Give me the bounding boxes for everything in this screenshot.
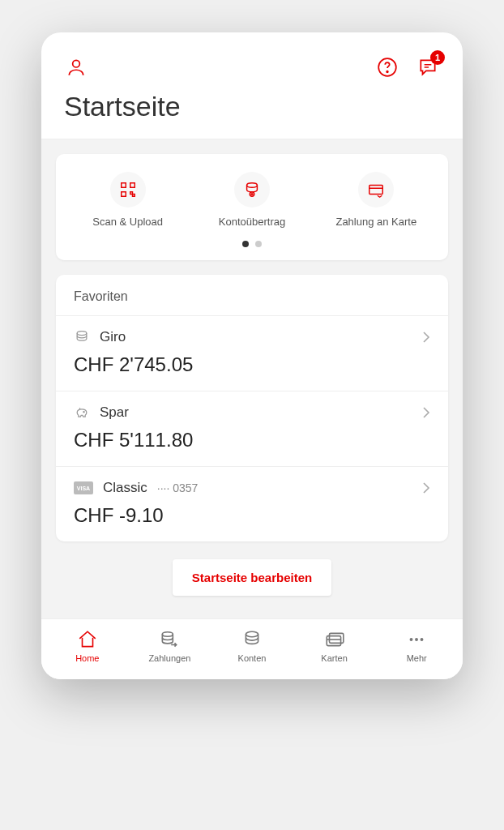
svg-point-8 bbox=[247, 183, 258, 188]
cards-icon bbox=[324, 629, 345, 650]
tab-bar: Home Zahlungen Konten Karten Mehr bbox=[41, 618, 463, 679]
svg-rect-3 bbox=[121, 183, 126, 188]
piggy-icon bbox=[74, 404, 90, 421]
tab-home[interactable]: Home bbox=[46, 629, 129, 663]
page-title: Startseite bbox=[64, 91, 440, 122]
svg-point-12 bbox=[83, 412, 84, 413]
favorite-sub: ···· 0357 bbox=[157, 481, 199, 494]
svg-point-15 bbox=[163, 632, 173, 636]
tab-payments[interactable]: Zahlungen bbox=[129, 629, 211, 663]
favorite-amount: CHF -9.10 bbox=[74, 504, 430, 527]
svg-rect-5 bbox=[121, 192, 126, 197]
tab-more[interactable]: Mehr bbox=[375, 629, 458, 663]
svg-rect-7 bbox=[132, 195, 135, 197]
qr-icon bbox=[119, 181, 137, 199]
header-bar: 1 bbox=[41, 32, 463, 91]
svg-text:VISA: VISA bbox=[77, 486, 90, 491]
tab-accounts[interactable]: Konten bbox=[211, 629, 293, 663]
svg-point-0 bbox=[73, 60, 80, 67]
tab-label: Mehr bbox=[407, 653, 427, 663]
svg-point-21 bbox=[421, 638, 424, 641]
action-scan-upload[interactable]: Scan & Upload bbox=[66, 172, 190, 228]
svg-point-19 bbox=[410, 638, 413, 641]
chevron-right-icon bbox=[422, 406, 430, 419]
notification-badge: 1 bbox=[430, 50, 445, 65]
more-icon bbox=[406, 629, 427, 650]
chevron-right-icon bbox=[422, 481, 430, 494]
tab-cards[interactable]: Karten bbox=[293, 629, 376, 663]
messages-icon[interactable]: 1 bbox=[416, 55, 440, 79]
favorite-item-giro[interactable]: Giro CHF 2'745.05 bbox=[56, 316, 448, 391]
dot-active bbox=[242, 241, 249, 247]
action-card-payment[interactable]: Zahlung an Karte bbox=[314, 172, 438, 228]
favorite-name: Classic bbox=[103, 480, 147, 496]
tab-label: Home bbox=[75, 653, 99, 663]
home-icon bbox=[77, 629, 98, 650]
quick-actions-card: Scan & Upload Kontoübertrag bbox=[56, 154, 448, 260]
accounts-icon bbox=[241, 629, 263, 650]
help-icon[interactable] bbox=[375, 55, 399, 79]
svg-point-11 bbox=[77, 332, 87, 336]
tab-label: Karten bbox=[321, 653, 347, 663]
svg-point-16 bbox=[246, 631, 258, 637]
dot-inactive bbox=[255, 241, 262, 247]
favorite-amount: CHF 5'111.80 bbox=[74, 429, 430, 451]
favorite-name: Spar bbox=[100, 404, 129, 421]
favorites-heading: Favoriten bbox=[56, 275, 448, 316]
tab-label: Zahlungen bbox=[148, 653, 190, 663]
favorite-item-classic[interactable]: VISA Classic ···· 0357 CHF -9.10 bbox=[56, 467, 448, 541]
svg-rect-4 bbox=[130, 183, 135, 188]
chevron-right-icon bbox=[422, 331, 430, 344]
svg-rect-10 bbox=[369, 186, 383, 195]
carousel-dots bbox=[66, 241, 438, 247]
tab-label: Konten bbox=[238, 653, 267, 663]
coins-icon bbox=[74, 329, 90, 345]
svg-point-2 bbox=[387, 71, 388, 73]
action-label: Zahlung an Karte bbox=[335, 216, 416, 228]
action-label: Scan & Upload bbox=[92, 216, 163, 228]
profile-icon[interactable] bbox=[64, 55, 88, 79]
transfer-icon bbox=[243, 181, 261, 199]
payments-icon bbox=[159, 629, 180, 650]
favorites-card: Favoriten Giro CHF 2'745.05 bbox=[56, 275, 448, 541]
page-title-bar: Startseite bbox=[41, 91, 463, 139]
card-payment-icon bbox=[366, 181, 386, 199]
svg-point-20 bbox=[415, 638, 418, 641]
favorite-name: Giro bbox=[100, 329, 126, 345]
action-label: Kontoübertrag bbox=[219, 216, 285, 228]
favorite-item-spar[interactable]: Spar CHF 5'111.80 bbox=[56, 391, 448, 467]
favorite-amount: CHF 2'745.05 bbox=[74, 353, 430, 376]
device-frame: 1 Startseite Scan & Upload bbox=[41, 32, 463, 679]
action-transfer[interactable]: Kontoübertrag bbox=[190, 172, 314, 228]
main-content: Scan & Upload Kontoübertrag bbox=[41, 139, 463, 618]
edit-home-button[interactable]: Startseite bearbeiten bbox=[173, 559, 331, 596]
visa-icon: VISA bbox=[74, 481, 93, 494]
